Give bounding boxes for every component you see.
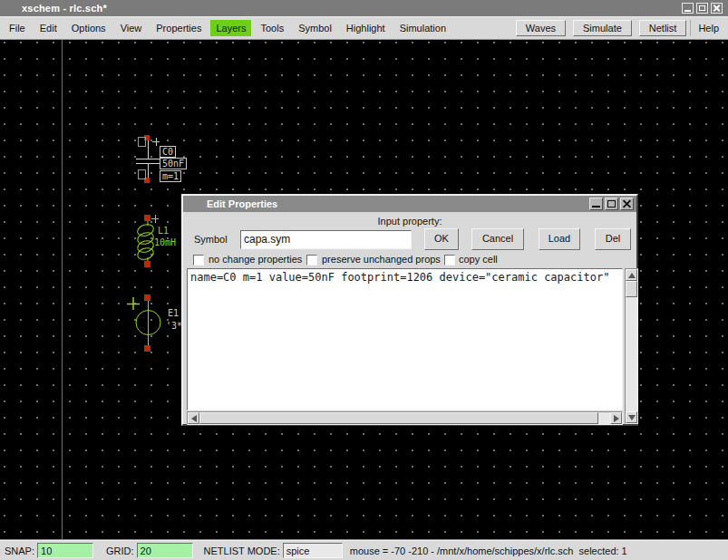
menu-bar: File Edit Options View Properties Layers… <box>0 16 728 40</box>
preserve-unchanged-props-checkbox[interactable] <box>306 255 317 266</box>
netlist-mode-input[interactable]: spice <box>283 543 343 558</box>
capacitor-name-label[interactable]: C0 <box>160 146 176 158</box>
checkbox-row: no change properties preserve unchanged … <box>183 254 636 266</box>
cancel-button[interactable]: Cancel <box>471 228 524 250</box>
edit-properties-dialog: Edit Properties Input property: Symbol c… <box>181 194 638 426</box>
pin-square <box>144 261 150 267</box>
snap-label: SNAP: <box>5 546 34 556</box>
preserve-unchanged-props-label: preserve unchanged props <box>322 254 441 265</box>
no-change-properties-label: no change properties <box>209 254 302 265</box>
maximize-icon[interactable] <box>696 3 708 14</box>
scroll-down-icon[interactable] <box>626 411 637 423</box>
copy-cell-label: copy cell <box>459 254 498 265</box>
del-button[interactable]: Del <box>595 228 631 250</box>
dialog-close-icon[interactable] <box>620 198 634 210</box>
property-text-area[interactable]: name=C0 m=1 value=50nF footprint=1206 de… <box>187 268 623 410</box>
menu-tools[interactable]: Tools <box>255 20 289 36</box>
pin-square <box>144 178 150 183</box>
grid-input[interactable]: 20 <box>137 543 193 558</box>
menu-file[interactable]: File <box>4 20 31 36</box>
source-name-label[interactable]: E1 <box>168 308 179 318</box>
xschem-window: xschem - rlc.sch* File Edit Options View… <box>0 0 728 560</box>
menu-symbol[interactable]: Symbol <box>293 20 337 36</box>
menu-view[interactable]: View <box>115 20 148 36</box>
menu-simulation[interactable]: Simulation <box>394 20 451 36</box>
dialog-minimize-icon[interactable] <box>589 198 603 210</box>
netlist-button[interactable]: Netlist <box>639 20 687 36</box>
menu-layers[interactable]: Layers <box>210 20 251 36</box>
title-bar[interactable]: xschem - rlc.sch* <box>0 0 728 16</box>
close-icon[interactable] <box>711 3 723 14</box>
source-symbol[interactable] <box>127 294 160 352</box>
menu-highlight[interactable]: Highlight <box>341 20 391 36</box>
menu-help[interactable]: Help <box>690 20 728 36</box>
symbol-input[interactable]: capa.sym <box>240 230 412 249</box>
minimize-icon[interactable] <box>682 3 694 14</box>
input-property-label: Input property: <box>183 216 636 227</box>
waves-button[interactable]: Waves <box>516 20 566 36</box>
mouse-status-text: mouse = -70 -210 - /mnt/x/home/schippes/… <box>350 546 627 556</box>
vertical-scroll-thumb[interactable] <box>626 281 637 297</box>
menu-options[interactable]: Options <box>66 20 112 36</box>
capacitor-mult-label[interactable]: m=1 <box>160 170 181 182</box>
menu-properties[interactable]: Properties <box>150 20 207 36</box>
simulate-button[interactable]: Simulate <box>573 20 632 36</box>
pin-square <box>144 294 150 301</box>
inductor-value-label[interactable]: 10mH <box>154 237 176 247</box>
horizontal-scroll-thumb[interactable] <box>199 412 598 424</box>
window-title: xschem - rlc.sch* <box>0 3 107 14</box>
dialog-title: Edit Properties <box>183 198 277 209</box>
menu-edit[interactable]: Edit <box>34 20 63 36</box>
copy-cell-checkbox[interactable] <box>444 255 455 266</box>
capacitor-value-label[interactable]: 50nF <box>160 158 187 169</box>
status-bar: SNAP: 10 GRID: 20 NETLIST MODE: spice mo… <box>0 540 728 560</box>
load-button[interactable]: Load <box>539 228 580 250</box>
capacitor-symbol[interactable] <box>136 135 160 183</box>
scroll-left-icon[interactable] <box>188 412 199 424</box>
no-change-properties-checkbox[interactable] <box>193 255 204 266</box>
netlist-mode-label: NETLIST MODE: <box>204 546 280 556</box>
scroll-up-icon[interactable] <box>626 269 637 281</box>
dialog-maximize-icon[interactable] <box>605 198 618 210</box>
snap-input[interactable]: 10 <box>37 543 93 558</box>
dialog-title-bar[interactable]: Edit Properties <box>183 196 636 212</box>
inductor-name-label[interactable]: L1 <box>158 226 169 236</box>
horizontal-scrollbar[interactable] <box>187 411 623 425</box>
grid-label: GRID: <box>106 546 134 556</box>
vertical-scrollbar[interactable] <box>625 268 638 424</box>
symbol-label: Symbol <box>194 234 228 245</box>
scroll-right-icon[interactable] <box>610 412 622 424</box>
pin-square <box>144 345 150 352</box>
ok-button[interactable]: OK <box>424 228 459 250</box>
pin-square <box>144 215 150 221</box>
